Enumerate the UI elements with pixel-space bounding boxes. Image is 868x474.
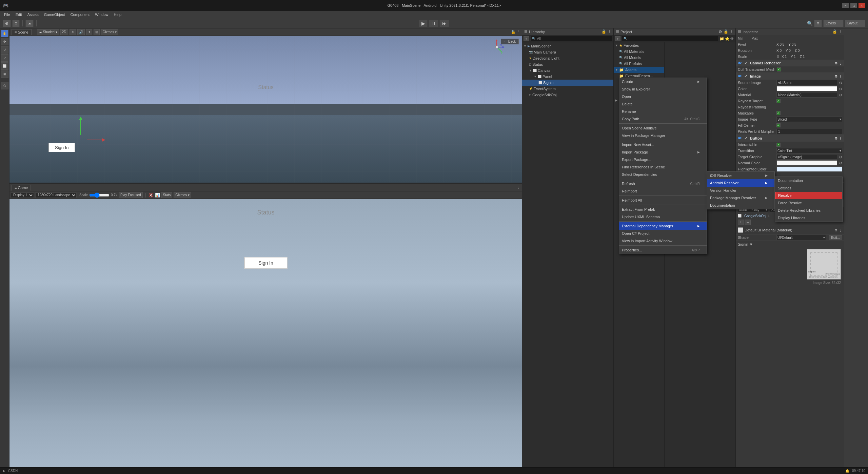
maximize-button[interactable]: □ [850,3,857,8]
ctx-rename[interactable]: Rename [619,108,707,115]
onclick-remove-btn[interactable]: − [745,220,751,225]
hierarchy-item-dirlight[interactable]: ☀ Directional Light [522,55,613,61]
android-resolve[interactable]: Resolve [775,192,842,199]
android-force-resolve[interactable]: Force Resolve [775,199,842,207]
ctx-reimport[interactable]: Reimport [619,187,707,195]
ctx-extract-prefab[interactable]: Extract From Prefab [619,206,707,213]
close-button[interactable]: × [859,3,865,8]
color-field[interactable] [776,86,837,91]
source-image-field[interactable]: ≈UISprite [776,80,837,85]
game-stats-btn[interactable]: Stats [161,192,173,198]
hierarchy-item-status[interactable]: ◻ Status [522,61,613,67]
layers-dropdown[interactable]: Layers [823,20,844,27]
ctx-find-references[interactable]: Find References In Scene [619,163,707,171]
normal-color-target-icon[interactable]: ⊙ [839,161,842,165]
scene-2d-btn[interactable]: 2D [60,29,68,35]
ctx-import-package[interactable]: Import Package ▶ [619,148,707,156]
hierarchy-item-signin[interactable]: ⬜ Signin [522,80,613,86]
layout-dropdown[interactable]: Layout [845,20,865,27]
ctx-refresh[interactable]: Refresh Ctrl+R [619,180,707,187]
game-scale-slider[interactable] [89,193,110,198]
step-button[interactable]: ⏭ [440,20,449,27]
hierarchy-item-canvas[interactable]: ▼ ⬜ Canvas [522,67,613,74]
shader-dropdown[interactable]: UI/Default ▾ [776,235,826,240]
transform-mode-btn[interactable]: ⊕ [3,20,11,27]
hierarchy-item-googlesdkobj[interactable]: ◻ GoogleSdkObj [522,92,613,98]
scene-view-options[interactable]: ☁ Shaded ▾ [37,29,59,35]
rotate-tool[interactable]: ↺ [1,46,8,54]
ctx-open[interactable]: Open [619,93,707,100]
menu-assets[interactable]: Assets [25,12,41,17]
custom-tool-1[interactable]: ⬡ [1,82,8,89]
source-image-target-icon[interactable]: ⊙ [839,81,842,85]
ctx-open-csharp[interactable]: Open C# Project [619,230,707,237]
android-settings[interactable]: Settings [775,184,842,192]
interactable-check[interactable]: ✓ [776,143,781,147]
game-play-focused-btn[interactable]: Play Focused [119,192,143,198]
button-header[interactable]: 👁 ✓ Button ⚙ ⋮ [736,135,844,142]
scene-fx-btn[interactable]: ✦ [86,29,92,35]
game-resolution-select[interactable]: 1280x720 Landscape [35,192,77,198]
edm-android-resolver[interactable]: Android Resolver ▶ [707,179,774,187]
cull-transparent-check[interactable]: ✓ [777,67,781,71]
raycast-target-check[interactable]: ✓ [776,99,781,103]
all-prefabs-item[interactable]: 🔍 All Prefabs [614,61,664,67]
edit-shader-btn[interactable]: Edit... [829,235,842,240]
scene-grid-btn[interactable]: ⊞ [94,29,100,35]
highlighted-color-swatch[interactable] [776,166,842,172]
ctx-delete[interactable]: Delete [619,100,707,108]
menu-window[interactable]: Window [92,12,111,17]
hand-tool[interactable]: ✋ [1,30,8,37]
ctx-create[interactable]: Create ▶ [619,78,707,85]
pause-button[interactable]: ⏸ [429,20,438,27]
menu-edit[interactable]: Edit [13,12,25,17]
menu-component[interactable]: Component [67,12,92,17]
ctx-open-scene-additive[interactable]: Open Scene Additive [619,124,707,132]
game-display-select[interactable]: Display 1 [11,192,34,198]
hierarchy-item-maincamera[interactable]: 📷 Main Camera [522,49,613,55]
pixels-per-unit-field[interactable]: 1 [776,129,842,134]
edm-package-manager[interactable]: Package Manager Resolver ▶ [707,194,774,202]
ctx-show-explorer[interactable]: Show in Explorer [619,85,707,93]
googlesdkobj-checkbox[interactable]: ⬜ [738,214,742,218]
assets-header[interactable]: ▼ 📁 Assets [614,67,664,73]
hierarchy-item-mainscene[interactable]: ▼ ▶ MainScene* [522,43,613,49]
menu-gameobject[interactable]: GameObject [41,12,68,17]
ctx-view-import-activity[interactable]: View in Import Activity Window [619,237,707,245]
ctx-export-package[interactable]: Export Package... [619,156,707,163]
minimize-button[interactable]: − [842,3,849,8]
normal-color-swatch[interactable] [776,160,837,166]
onclick-add-btn[interactable]: + [738,220,744,225]
color-target-icon[interactable]: ⊙ [839,87,842,91]
move-tool[interactable]: ✛ [1,38,8,45]
ctx-copy-path[interactable]: Copy Path Alt+Ctrl+C [619,115,707,123]
ctx-properties[interactable]: Properties... Alt+P [619,246,707,254]
ctx-reimport-all[interactable]: Reimport All [619,197,707,204]
image-header[interactable]: 👁 ✓ Image ⚙ ⋮ [736,73,844,80]
menu-help[interactable]: Help [111,12,124,17]
game-signin-btn[interactable]: Sign In [244,257,288,269]
favorites-header[interactable]: ▼ ★ Favorites [614,42,664,48]
all-models-item[interactable]: 🔍 All Models [614,55,664,61]
hierarchy-item-eventsystem[interactable]: ⚡ EventSystem [522,86,613,92]
ctx-import-new-asset[interactable]: Import New Asset... [619,141,707,148]
all-materials-item[interactable]: 🔍 All Materials [614,48,664,55]
hierarchy-item-panel[interactable]: ▼ ⬜ Panel [522,74,613,80]
menu-file[interactable]: File [1,12,13,17]
target-graphic-target-icon[interactable]: ⊙ [839,155,842,159]
inspector-scroll-area[interactable]: Min Max Pivot X 0.5 Y 0.5 Rotation X 0 Y… [736,35,844,474]
scene-3d-area[interactable]: ← Back Status Sign In [9,36,522,183]
pivot-btn[interactable]: ⊙ [12,20,20,27]
ctx-select-deps[interactable]: Select Dependencies [619,171,707,178]
game-gizmos-btn[interactable]: Gizmos ▾ [174,192,191,198]
play-button[interactable]: ▶ [419,20,428,27]
material-field[interactable]: None (Material) [776,92,837,98]
scene-light-btn[interactable]: ☀ [70,29,76,35]
canvas-renderer-header[interactable]: 👁 ✓ Canvas Renderer ⚙ ⋮ [736,60,844,66]
rect-tool[interactable]: ⬜ [1,62,8,70]
edm-version-handler[interactable]: Version Handler [707,187,774,194]
target-graphic-field[interactable]: ≈Signin (Image) [776,154,837,160]
android-delete-libs[interactable]: Delete Resolved Libraries [775,207,842,214]
edm-documentation[interactable]: Documentation [707,202,774,209]
scale-tool[interactable]: ⤢ [1,54,8,62]
